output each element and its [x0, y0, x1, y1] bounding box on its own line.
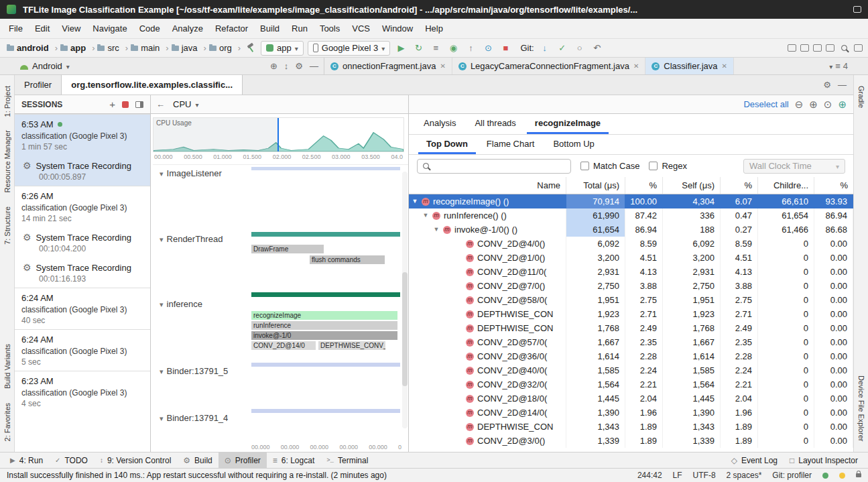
debug-button[interactable]	[446, 42, 460, 55]
build-hammer-icon[interactable]	[246, 42, 257, 55]
project-view-selector[interactable]: Android	[32, 61, 62, 71]
table-row[interactable]: ▼ invoke@-1/0() () 61,654 86.94 188 0.27…	[409, 223, 853, 237]
thread-timeline[interactable]: ImageListener RenderThread inference Bin…	[153, 164, 408, 442]
session-list-item[interactable]: System Trace Recording 00:10:04.200	[15, 227, 150, 257]
status-widget[interactable]: Git: profiler	[772, 471, 812, 480]
table-row[interactable]: CONV_2D@18/0( 1,445 2.04 1,445 2.04 0 0.…	[409, 391, 853, 406]
thread-row-binder4[interactable]: Binder:13791_4	[160, 413, 228, 423]
close-icon[interactable]	[721, 62, 727, 70]
column-header[interactable]: Name	[409, 177, 566, 194]
lock-icon[interactable]	[856, 473, 861, 477]
breadcrumb-item[interactable]: main	[129, 43, 170, 53]
analysis-tab[interactable]: recognizeImage	[527, 114, 609, 134]
timeline-scrollbar[interactable]	[402, 172, 408, 428]
chevron-down-icon[interactable]	[66, 61, 70, 71]
menu-item[interactable]: Build	[254, 21, 286, 36]
analysis-tab[interactable]: Analysis	[416, 114, 464, 134]
session-list-item[interactable]: 6:53 AM classification (Google Pixel 3) …	[15, 114, 150, 156]
column-header[interactable]: %	[625, 177, 663, 194]
tool-stripe-button[interactable]: Gradle	[857, 86, 865, 108]
stop-button[interactable]	[499, 42, 512, 55]
session-list-item[interactable]: System Trace Recording 00:00:05.897	[15, 156, 150, 186]
analysis-tab[interactable]: All threads	[467, 114, 523, 134]
table-row[interactable]: CONV_2D@36/0( 1,614 2.28 1,614 2.28 0 0.…	[409, 349, 853, 363]
menu-item[interactable]: VCS	[346, 21, 376, 36]
regex-checkbox[interactable]	[649, 162, 658, 170]
expand-arrow-icon[interactable]: ▼	[412, 194, 418, 208]
back-icon[interactable]	[156, 99, 165, 109]
search-everywhere-icon[interactable]	[841, 45, 847, 51]
collapse-panel-icon[interactable]	[135, 101, 143, 108]
editor-tab[interactable]: Classifier.java	[645, 58, 734, 74]
menu-item[interactable]: Tools	[314, 21, 346, 36]
menu-item[interactable]: Code	[133, 21, 166, 36]
table-row[interactable]: CONV_2D@14/0( 1,390 1.96 1,390 1.96 0 0.…	[409, 406, 853, 420]
trace-span[interactable]: runInference	[251, 321, 397, 330]
column-header[interactable]: Childre...	[758, 177, 814, 194]
status-widget[interactable]: 2 spaces*	[727, 471, 762, 480]
session-list-item[interactable]: 6:26 AM classification (Google Pixel 3) …	[15, 186, 150, 227]
table-row[interactable]: DEPTHWISE_CON 1,923 2.71 1,923 2.71 0 0.…	[409, 307, 853, 321]
breadcrumb-item[interactable]: org	[208, 43, 242, 53]
table-row[interactable]: CONV_2D@7/0() 2,750 3.88 2,750 3.88 0 0.…	[409, 279, 853, 293]
menu-item[interactable]: Analyze	[166, 21, 209, 36]
table-row[interactable]: DEPTHWISE_CON 1,343 1.89 1,343 1.89 0 0.…	[409, 420, 853, 434]
menu-item[interactable]: Navigate	[86, 21, 133, 36]
tool-stripe-button[interactable]: 7: Structure	[3, 206, 11, 245]
tool-stripe-button[interactable]: Resource Manager	[3, 130, 11, 193]
table-row[interactable]: CONV_2D@4/0() 6,092 8.59 6,092 8.59 0 0.…	[409, 237, 853, 251]
close-icon[interactable]	[440, 62, 445, 70]
trace-span[interactable]: DrawFrame	[251, 245, 324, 253]
tool-window-button[interactable]: 4: Run	[4, 453, 49, 468]
zoom-to-selection-icon[interactable]	[838, 99, 847, 111]
session-list-item[interactable]: 6:24 AM classification (Google Pixel 3) …	[15, 329, 150, 371]
expand-arrow-icon[interactable]: ▼	[422, 208, 429, 223]
table-row[interactable]: ▼ recognizeImage() () 70,914 100.00 4,30…	[409, 194, 853, 208]
emulator-icon[interactable]	[800, 44, 809, 52]
regex-option[interactable]: Regex	[649, 161, 687, 171]
table-row[interactable]: ▼ runInference() () 61,990 87.42 336 0.4…	[409, 208, 853, 223]
table-row[interactable]: CONV_2D@3/0() 1,339 1.89 1,339 1.89 0 0.…	[409, 434, 853, 448]
status-message[interactable]: Install successfully finished in 140 ms.…	[7, 471, 627, 480]
table-row[interactable]: DEPTHWISE_CON 1,768 2.49 1,768 2.49 0 0.…	[409, 321, 853, 335]
column-header[interactable]: Self (μs)	[663, 177, 721, 194]
tool-stripe-button[interactable]: 1: Project	[3, 86, 11, 117]
status-widget[interactable]: LF	[673, 471, 682, 480]
tool-stripe-button[interactable]: Device File Explorer	[857, 375, 865, 441]
selection-line[interactable]	[277, 118, 279, 152]
minimize-icon[interactable]	[310, 61, 318, 71]
stop-recording-icon[interactable]	[122, 101, 129, 108]
git-commit-icon[interactable]	[556, 42, 569, 55]
gear-icon[interactable]	[295, 61, 303, 71]
profile-button[interactable]	[481, 42, 495, 55]
analysis-subtab[interactable]: Bottom Up	[545, 135, 602, 154]
git-rollback-icon[interactable]	[591, 42, 604, 55]
editor-tab[interactable]: LegacyCameraConnectionFragment.java	[452, 58, 645, 74]
table-row[interactable]: CONV_2D@57/0( 1,667 2.35 1,667 2.35 0 0.…	[409, 335, 853, 349]
search-box[interactable]	[417, 159, 571, 174]
menu-item[interactable]: View	[56, 21, 86, 36]
project-struct-icon[interactable]	[854, 44, 863, 52]
status-widget[interactable]: UTF-8	[693, 471, 716, 480]
tool-window-button[interactable]: Terminal	[320, 453, 374, 468]
profiler-session-tab[interactable]: org.tensorflow.lite.examples.classific..…	[61, 75, 243, 95]
thread-row-inference[interactable]: inference	[160, 299, 202, 309]
zoom-out-icon[interactable]	[795, 99, 804, 111]
status-smiley-icon[interactable]	[839, 473, 845, 479]
menu-item[interactable]: Window	[376, 21, 419, 36]
menu-item[interactable]: Run	[286, 21, 314, 36]
tool-window-button[interactable]: Profiler	[219, 453, 267, 468]
table-row[interactable]: CONV_2D@40/0( 1,585 2.24 1,585 2.24 0 0.…	[409, 363, 853, 377]
thread-row-imagelistener[interactable]: ImageListener	[160, 168, 222, 178]
table-row[interactable]: CONV_2D@58/0( 1,951 2.75 1,951 2.75 0 0.…	[409, 293, 853, 307]
locate-file-icon[interactable]	[270, 61, 277, 71]
tool-stripe-button[interactable]: Build Variants	[3, 344, 11, 389]
device-manager-icon[interactable]	[788, 44, 796, 52]
device-dropdown[interactable]: Google Pixel 3	[308, 41, 391, 56]
table-row[interactable]: CONV_2D@11/0( 2,931 4.13 2,931 4.13 0 0.…	[409, 265, 853, 279]
status-green-icon[interactable]	[822, 473, 828, 479]
trace-span[interactable]: DEPTHWISE_CONV_...	[318, 341, 385, 350]
sdk-manager-icon[interactable]	[813, 44, 822, 52]
zoom-in-icon[interactable]	[809, 99, 818, 111]
trace-span[interactable]: flush commands	[310, 255, 385, 264]
